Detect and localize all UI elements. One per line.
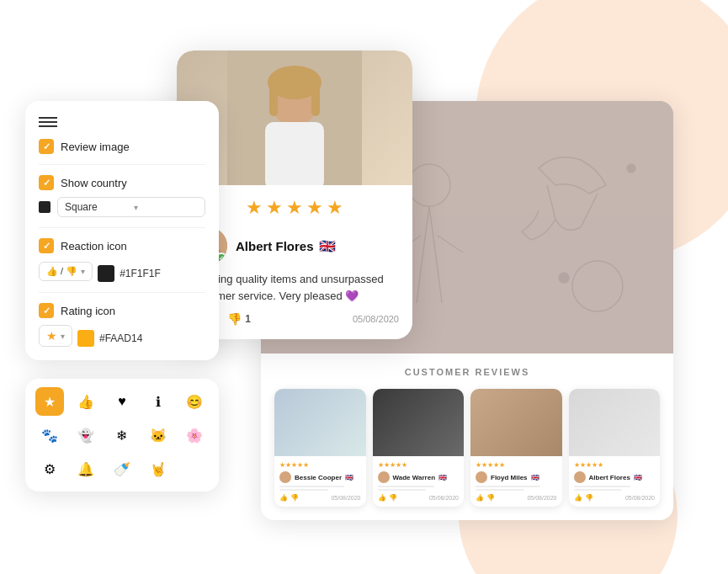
mini-card-body-3: ★★★★★ Floyd Miles 🇬🇧 👍 👎 <box>470 456 562 507</box>
cat-icon-cell[interactable]: 🐱 <box>144 421 173 449</box>
mini-name-2: Wade Warren <box>393 474 436 481</box>
mini-reviewer-row-1: Bessie Cooper 🇬🇧 <box>279 471 361 483</box>
rating-star-select[interactable]: ★ ▾ <box>39 325 72 347</box>
reaction-icon-row: Reaction icon <box>39 238 205 253</box>
mini-date-4: 05/08/2020 <box>625 495 655 501</box>
ghost-icon-cell[interactable]: 👻 <box>72 421 100 449</box>
settings-icon: ⚙ <box>44 461 56 477</box>
mini-thumbs-up-3: 👍 <box>476 494 484 502</box>
mini-date-2: 05/08/2020 <box>429 495 459 501</box>
mini-name-1: Bessie Cooper <box>295 474 342 481</box>
rating-color-row: #FAAD14 <box>77 330 142 347</box>
mini-line-3b <box>476 489 524 491</box>
reaction-selector-row: 👍 / 👎 ▾ #1F1F1F <box>39 260 205 282</box>
reaction-icons-select[interactable]: 👍 / 👎 ▾ <box>39 262 93 281</box>
show-country-row: Show country <box>39 175 205 190</box>
paw-icon: 🐾 <box>41 428 58 444</box>
flower-icon-cell[interactable]: 🌸 <box>180 421 209 449</box>
review-image-row: Review image <box>39 139 205 154</box>
settings-icon-cell[interactable]: ⚙ <box>35 454 64 483</box>
customer-reviews-section: CUSTOMER REVIEWS ★★★★★ Bessie Cooper 🇬🇧 <box>261 353 673 520</box>
thumbs-down-icon: 👎 <box>227 312 242 326</box>
mini-card-photo-1 <box>274 389 366 456</box>
hamburger-line-1 <box>39 117 57 119</box>
hamburger-line-2 <box>39 121 57 123</box>
mini-card-photo-3 <box>470 389 562 456</box>
mini-name-3: Floyd Miles <box>491 474 528 481</box>
mini-flag-3: 🇬🇧 <box>531 474 539 481</box>
mini-actions-4: 👍 👎 05/08/2020 <box>574 494 656 502</box>
review-image-checkbox[interactable] <box>39 139 54 154</box>
reaction-chevron-icon: ▾ <box>81 267 85 276</box>
ghost-icon: 👻 <box>77 428 94 444</box>
paw-icon-cell[interactable]: 🐾 <box>35 421 64 449</box>
stroller-icon-cell[interactable]: 🍼 <box>108 454 136 483</box>
reaction-color-row: #1F1F1F <box>98 265 161 282</box>
heart-icon-cell[interactable]: ♥ <box>108 387 136 416</box>
mini-thumbs-3: 👍 👎 <box>476 494 495 502</box>
rating-icon-checkbox[interactable] <box>39 303 54 318</box>
mini-actions-3: 👍 👎 05/08/2020 <box>476 494 557 502</box>
hamburger-menu[interactable] <box>39 117 205 127</box>
star-5: ★ <box>327 197 343 219</box>
show-country-checkbox[interactable] <box>39 175 54 190</box>
star-3: ★ <box>286 197 303 219</box>
cat-icon: 🐱 <box>150 428 167 444</box>
mini-lines-3 <box>476 486 557 491</box>
section-title: CUSTOMER REVIEWS <box>274 367 660 377</box>
star-1: ★ <box>246 197 263 219</box>
svg-point-15 <box>627 164 635 173</box>
reviewer-flag: 🇬🇧 <box>319 238 336 254</box>
bell-icon: 🔔 <box>77 461 94 477</box>
reaction-icon-checkbox[interactable] <box>39 238 54 253</box>
snowflake-icon: ❄ <box>116 428 127 444</box>
mini-date-1: 05/08/2020 <box>331 495 360 501</box>
person-photo-svg <box>227 50 362 185</box>
mini-line-4a <box>574 486 631 487</box>
reviewer-details: Albert Flores 🇬🇧 <box>236 238 336 254</box>
star-icon-cell[interactable]: ★ <box>35 387 64 416</box>
mini-review-card-1: ★★★★★ Bessie Cooper 🇬🇧 👍 👎 <box>274 389 366 507</box>
stroller-icon: 🍼 <box>114 461 130 477</box>
mini-avatar-2 <box>378 471 390 483</box>
mini-flag-4: 🇬🇧 <box>634 474 642 481</box>
review-image-label: Review image <box>61 141 130 153</box>
mini-thumbs-down-3: 👎 <box>486 494 495 502</box>
bell-icon-cell[interactable]: 🔔 <box>72 454 100 483</box>
shape-select[interactable]: Square ▾ <box>57 197 205 217</box>
shape-select-row: Square ▾ <box>39 197 205 217</box>
reviewer-name: Albert Flores <box>236 239 314 253</box>
mini-line-2b <box>378 489 427 491</box>
mini-card-body-1: ★★★★★ Bessie Cooper 🇬🇧 👍 👎 <box>274 456 366 507</box>
reviewer-name-row: Albert Flores 🇬🇧 <box>236 238 336 254</box>
mini-card-photo-4 <box>569 389 661 456</box>
mini-date-3: 05/08/2020 <box>527 495 556 501</box>
mini-line-1b <box>279 489 328 491</box>
mini-lines-4 <box>574 486 656 491</box>
mini-name-4: Albert Flores <box>589 474 630 481</box>
review-date: 05/08/2020 <box>353 314 399 324</box>
mini-line-4b <box>574 489 623 491</box>
rating-selector-row: ★ ▾ #FAAD14 <box>39 325 205 347</box>
icon-grid: ★ 👍 ♥ ℹ 😊 🐾 👻 ❄ 🐱 🌸 ⚙ 🔔 🍼 🤘 <box>34 387 210 483</box>
rating-chevron-icon: ▾ <box>61 332 65 341</box>
mini-stars-2: ★★★★★ <box>378 461 460 469</box>
mini-thumbs-down-1: 👎 <box>290 494 299 502</box>
dislike-number: 1 <box>245 313 251 325</box>
mini-thumbs-up-4: 👍 <box>574 494 582 502</box>
metal-icon-cell[interactable]: 🤘 <box>144 454 173 483</box>
mini-actions-2: 👍 👎 05/08/2020 <box>378 494 460 502</box>
icon-grid-panel: ★ 👍 ♥ ℹ 😊 🐾 👻 ❄ 🐱 🌸 ⚙ 🔔 🍼 🤘 <box>25 379 219 492</box>
thumbs-up-icon-cell[interactable]: 👍 <box>72 387 100 416</box>
snowflake-icon-cell[interactable]: ❄ <box>108 421 136 449</box>
mini-card-photo-2 <box>373 389 465 456</box>
mini-thumbs-1: 👍 👎 <box>279 494 299 502</box>
reaction-icons-label: 👍 / 👎 <box>46 266 77 277</box>
smile-icon-cell[interactable]: 😊 <box>180 387 209 416</box>
info-icon: ℹ <box>156 394 161 410</box>
rating-color-swatch[interactable] <box>77 330 94 347</box>
reaction-color-swatch[interactable] <box>98 265 114 282</box>
star-4: ★ <box>306 197 323 219</box>
info-icon-cell[interactable]: ℹ <box>144 387 173 416</box>
mini-thumbs-down-4: 👎 <box>585 494 593 502</box>
